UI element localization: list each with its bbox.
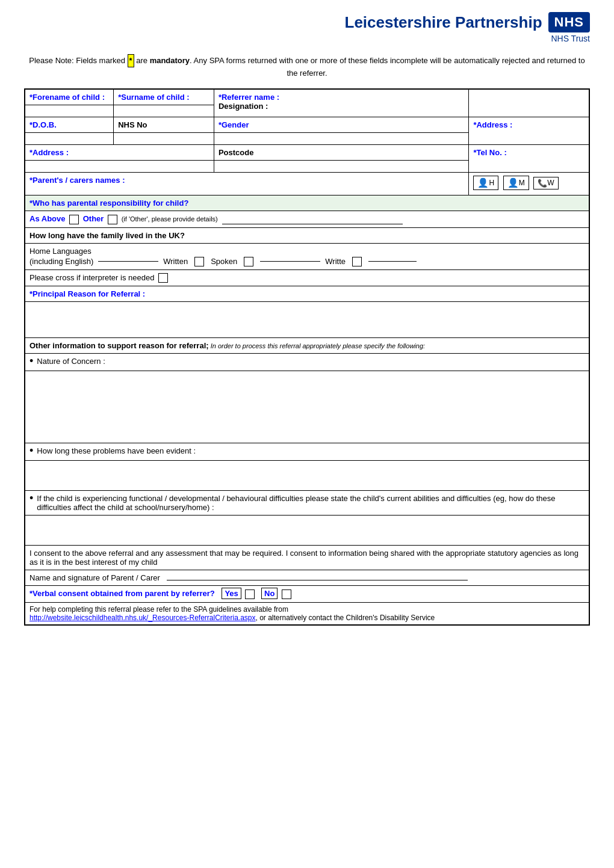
functional-text-cell[interactable] — [25, 516, 589, 546]
nhs-no-label: NHS No — [118, 120, 147, 129]
dob-cell: *D.O.B. — [25, 117, 114, 133]
help-link[interactable]: http://website.leicschildhealth.nhs.uk/_… — [29, 614, 256, 622]
yes-label: Yes — [222, 588, 241, 599]
notice-text: Please Note: Fields marked * are mandato… — [24, 54, 590, 79]
icon-h-label: H — [489, 179, 494, 187]
help-link-end: , or alternatively contact the Children'… — [256, 614, 435, 622]
spoken-input[interactable] — [260, 261, 320, 262]
languages-row: (including English) Written Spoken Writt… — [29, 257, 585, 266]
nhs-no-cell: NHS No — [114, 117, 214, 133]
name-signature-field[interactable] — [167, 580, 468, 580]
consent-text: I consent to the above referral and any … — [29, 549, 578, 567]
nature-concern-row: • Nature of Concern : — [29, 357, 585, 368]
row-22: I consent to the above referral and any … — [25, 546, 589, 570]
family-uk-cell: How long have the family lived in the UK… — [25, 227, 589, 243]
icons-cell: 👤 H 👤 M 📞 W — [469, 173, 589, 195]
including-english-label: (including English) — [29, 257, 93, 266]
surname-input-cell — [114, 105, 214, 117]
row-3: *D.O.B. NHS No *Gender *Address : — [25, 117, 589, 133]
referrer-name-label: *Referrer name : — [219, 93, 279, 102]
other-info-bold: Other information to support reason for … — [29, 341, 209, 350]
name-signature-label: Name and signature of Parent / Carer — [29, 573, 160, 582]
how-long-cell: • How long these problems have been evid… — [25, 443, 589, 461]
main-form-table: *Forename of child : *Surname of child :… — [24, 88, 590, 626]
row-19 — [25, 461, 589, 491]
bullet-dot-3: • — [29, 492, 33, 505]
interpreter-cell: Please cross if interpreter is needed — [25, 269, 589, 286]
row-24: *Verbal consent obtained from parent by … — [25, 586, 589, 603]
interpreter-label: Please cross if interpreter is needed — [29, 273, 154, 282]
person-icon-m: 👤 — [507, 177, 519, 188]
forename-label: *Forename of child : — [29, 93, 105, 102]
no-checkbox[interactable] — [282, 589, 291, 599]
nhs-logo: NHS — [548, 12, 590, 32]
writte-label: Writte — [325, 257, 346, 266]
spoken-checkbox[interactable] — [244, 257, 253, 266]
address-right-cell: *Address : — [469, 117, 589, 145]
no-label: No — [261, 588, 278, 599]
page-header: Leicestershire Partnership NHS NHS Trust — [24, 12, 590, 43]
parents-label: *Parent's / carers names : — [29, 176, 125, 185]
row-21 — [25, 516, 589, 546]
tel-label: *Tel No. : — [473, 148, 506, 157]
home-languages-label: Home Languages — [29, 247, 91, 256]
verbal-consent-cell: *Verbal consent obtained from parent by … — [25, 586, 589, 603]
row-1: *Forename of child : *Surname of child :… — [25, 89, 589, 105]
parents-cell: *Parent's / carers names : — [25, 173, 469, 195]
nature-concern-text-cell[interactable] — [25, 371, 589, 443]
writte-checkbox[interactable] — [352, 257, 362, 266]
row-16: • Nature of Concern : — [25, 354, 589, 371]
bullet-dot-2: • — [29, 445, 33, 457]
other-details-field[interactable] — [222, 224, 403, 224]
principal-reason-cell: *Principal Reason for Referral : — [25, 286, 589, 302]
postcode-cell: Postcode — [214, 145, 468, 161]
address-left-cell: *Address : — [25, 145, 214, 161]
phone-icon-w: 📞 — [538, 179, 547, 188]
principal-reason-label: *Principal Reason for Referral : — [29, 289, 145, 298]
surname-cell: *Surname of child : — [114, 89, 214, 105]
gender-label: *Gender — [219, 120, 249, 129]
org-title: Leicestershire Partnership — [345, 14, 542, 31]
row-20: • If the child is experiencing functiona… — [25, 491, 589, 516]
home-lang-input[interactable] — [98, 261, 158, 262]
as-above-label: As Above — [29, 214, 65, 223]
notice-end: . Any SPA forms returned with one or mor… — [190, 56, 585, 78]
row-14 — [25, 302, 589, 338]
written-checkbox[interactable] — [194, 257, 204, 266]
icon-h-box: 👤 H — [473, 176, 498, 190]
row-10: How long have the family lived in the UK… — [25, 227, 589, 243]
dob-value-cell — [25, 133, 114, 145]
icon-m-label: M — [519, 179, 525, 187]
designation-label: Designation : — [219, 102, 268, 111]
icon-m-box: 👤 M — [503, 176, 529, 190]
dob-label: *D.O.B. — [29, 120, 57, 129]
row-9: As Above Other (if 'Other', please provi… — [25, 211, 589, 228]
principal-reason-text-cell[interactable] — [25, 302, 589, 338]
other-checkbox[interactable] — [108, 215, 117, 224]
nature-concern-label: Nature of Concern : — [37, 357, 105, 366]
referrer-cell: *Referrer name : Designation : — [214, 89, 468, 117]
how-long-text-cell[interactable] — [25, 461, 589, 491]
bullet-dot-1: • — [29, 355, 33, 368]
family-uk-label: How long have the family lived in the UK… — [29, 231, 185, 240]
mandatory-bold: mandatory — [150, 56, 190, 65]
functional-label: If the child is experiencing functional … — [37, 494, 585, 512]
postcode-value — [214, 161, 468, 173]
nhs-value-cell — [114, 133, 214, 145]
forename-cell: *Forename of child : — [25, 89, 114, 105]
address-right-ext-cell: *Tel No. : — [469, 145, 589, 173]
icon-w-label: W — [547, 179, 554, 187]
home-languages-row: Home Languages — [29, 247, 585, 256]
yes-checkbox[interactable] — [245, 589, 255, 599]
as-above-checkbox[interactable] — [69, 215, 79, 224]
row-7: *Parent's / carers names : 👤 H 👤 M 📞 W — [25, 173, 589, 195]
nature-concern-cell: • Nature of Concern : — [25, 354, 589, 371]
mandatory-star: * — [128, 54, 134, 67]
how-long-row: • How long these problems have been evid… — [29, 446, 585, 457]
writte-input[interactable] — [368, 261, 417, 262]
parental-responsibility-label: *Who has parental responsibility for chi… — [29, 199, 188, 208]
parental-responsibility-cell: *Who has parental responsibility for chi… — [25, 195, 589, 211]
help-text: For help completing this referral please… — [29, 605, 288, 614]
row-23: Name and signature of Parent / Carer — [25, 570, 589, 586]
interpreter-checkbox[interactable] — [158, 273, 168, 283]
